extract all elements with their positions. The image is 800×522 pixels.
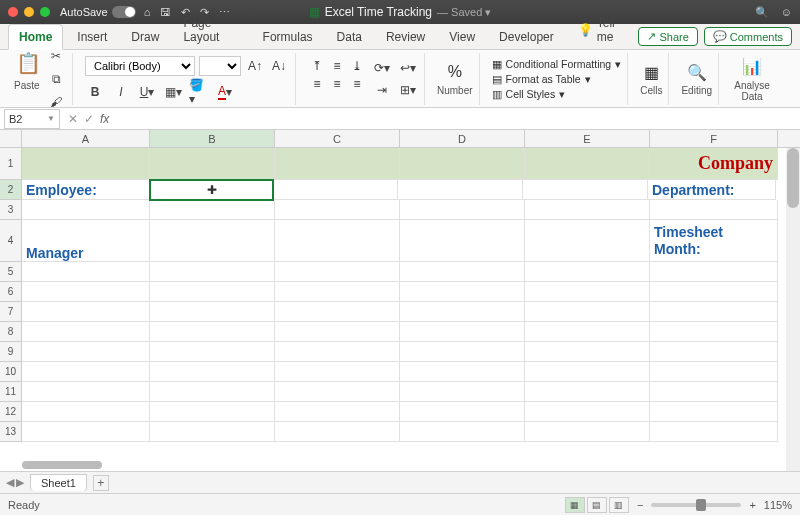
- cell-B9[interactable]: [150, 342, 275, 362]
- cell-F9[interactable]: [650, 342, 778, 362]
- cell-F3[interactable]: [650, 200, 778, 220]
- cell-F12[interactable]: [650, 402, 778, 422]
- cell-D11[interactable]: [400, 382, 525, 402]
- cell-C5[interactable]: [275, 262, 400, 282]
- wrap-text-icon[interactable]: ↩▾: [398, 58, 418, 78]
- save-icon[interactable]: 🖫: [160, 6, 171, 19]
- vertical-scrollbar[interactable]: [786, 148, 800, 471]
- tab-developer[interactable]: Developer: [489, 25, 564, 49]
- col-E[interactable]: E: [525, 130, 650, 147]
- cell-C6[interactable]: [275, 282, 400, 302]
- cell-B6[interactable]: [150, 282, 275, 302]
- cell-F6[interactable]: [650, 282, 778, 302]
- share-button[interactable]: ↗ Share: [638, 27, 697, 46]
- col-D[interactable]: D: [400, 130, 525, 147]
- align-top-icon[interactable]: ⤒: [308, 58, 326, 74]
- cancel-icon[interactable]: ✕: [68, 112, 78, 126]
- zoom-window[interactable]: [40, 7, 50, 17]
- row-3[interactable]: 3: [0, 200, 22, 220]
- row-11[interactable]: 11: [0, 382, 22, 402]
- cell-A2[interactable]: Employee:: [22, 180, 150, 200]
- tab-tellme[interactable]: 💡 Tell me: [568, 11, 635, 49]
- autosave-switch[interactable]: [112, 6, 136, 18]
- cell-D2[interactable]: [398, 180, 523, 200]
- undo-icon[interactable]: ↶: [181, 6, 190, 19]
- font-size-select[interactable]: 17: [199, 56, 241, 76]
- cell-D1[interactable]: [400, 148, 525, 180]
- more-icon[interactable]: ⋯: [219, 6, 230, 19]
- cells-area[interactable]: Company Employee: ✚ Department: Manager …: [22, 148, 800, 442]
- cell-E11[interactable]: [525, 382, 650, 402]
- cell-B13[interactable]: [150, 422, 275, 442]
- cell-B10[interactable]: [150, 362, 275, 382]
- zoom-in-button[interactable]: +: [749, 499, 755, 511]
- col-F[interactable]: F: [650, 130, 778, 147]
- cell-E8[interactable]: [525, 322, 650, 342]
- cell-A11[interactable]: [22, 382, 150, 402]
- tab-draw[interactable]: Draw: [121, 25, 169, 49]
- row-12[interactable]: 12: [0, 402, 22, 422]
- cell-B4[interactable]: [150, 220, 275, 262]
- align-right-icon[interactable]: ≡: [348, 76, 366, 92]
- row-13[interactable]: 13: [0, 422, 22, 442]
- cell-F8[interactable]: [650, 322, 778, 342]
- hscroll-thumb[interactable]: [22, 461, 102, 469]
- enter-icon[interactable]: ✓: [84, 112, 94, 126]
- cell-D10[interactable]: [400, 362, 525, 382]
- cell-C2[interactable]: [273, 180, 398, 200]
- zoom-level[interactable]: 115%: [764, 499, 792, 511]
- decrease-font-icon[interactable]: A↓: [269, 56, 289, 76]
- row-5[interactable]: 5: [0, 262, 22, 282]
- view-page-break[interactable]: ▥: [609, 497, 629, 513]
- cell-E2[interactable]: [523, 180, 648, 200]
- cell-D13[interactable]: [400, 422, 525, 442]
- row-7[interactable]: 7: [0, 302, 22, 322]
- cell-D7[interactable]: [400, 302, 525, 322]
- conditional-formatting-button[interactable]: ▦Conditional Formatting▾: [492, 58, 622, 70]
- col-B[interactable]: B: [150, 130, 275, 147]
- cell-B8[interactable]: [150, 322, 275, 342]
- cell-C4[interactable]: [275, 220, 400, 262]
- horizontal-scrollbar[interactable]: [22, 459, 780, 471]
- cell-D6[interactable]: [400, 282, 525, 302]
- cell-F10[interactable]: [650, 362, 778, 382]
- align-center-icon[interactable]: ≡: [328, 76, 346, 92]
- zoom-slider[interactable]: [651, 503, 741, 507]
- name-box[interactable]: B2▼: [4, 109, 60, 129]
- row-2[interactable]: 2: [0, 180, 22, 200]
- fx-icon[interactable]: fx: [100, 112, 109, 126]
- editing-button[interactable]: 🔍 Editing: [681, 61, 712, 96]
- row-8[interactable]: 8: [0, 322, 22, 342]
- format-as-table-button[interactable]: ▤Format as Table▾: [492, 73, 622, 85]
- zoom-thumb[interactable]: [696, 499, 706, 511]
- cell-A4[interactable]: Manager: [22, 220, 150, 262]
- cell-A6[interactable]: [22, 282, 150, 302]
- close-window[interactable]: [8, 7, 18, 17]
- cell-E1[interactable]: [525, 148, 650, 180]
- cell-B1[interactable]: [150, 148, 275, 180]
- align-middle-icon[interactable]: ≡: [328, 58, 346, 74]
- tab-formulas[interactable]: Formulas: [253, 25, 323, 49]
- cell-D8[interactable]: [400, 322, 525, 342]
- cell-D12[interactable]: [400, 402, 525, 422]
- view-page-layout[interactable]: ▤: [587, 497, 607, 513]
- cell-D3[interactable]: [400, 200, 525, 220]
- cell-E4[interactable]: [525, 220, 650, 262]
- paste-button[interactable]: 📋 Paste: [14, 46, 42, 91]
- font-name-select[interactable]: Calibri (Body): [85, 56, 195, 76]
- redo-icon[interactable]: ↷: [200, 6, 209, 19]
- tab-insert[interactable]: Insert: [67, 25, 117, 49]
- cell-D9[interactable]: [400, 342, 525, 362]
- cell-A3[interactable]: [22, 200, 150, 220]
- cell-A12[interactable]: [22, 402, 150, 422]
- cell-E13[interactable]: [525, 422, 650, 442]
- cell-D4[interactable]: [400, 220, 525, 262]
- cell-E3[interactable]: [525, 200, 650, 220]
- vscroll-thumb[interactable]: [787, 148, 799, 208]
- cell-B12[interactable]: [150, 402, 275, 422]
- comments-button[interactable]: 💬 Comments: [704, 27, 792, 46]
- cell-F1[interactable]: Company: [650, 148, 778, 180]
- col-A[interactable]: A: [22, 130, 150, 147]
- formula-input[interactable]: [117, 109, 800, 129]
- add-sheet-button[interactable]: +: [93, 475, 109, 491]
